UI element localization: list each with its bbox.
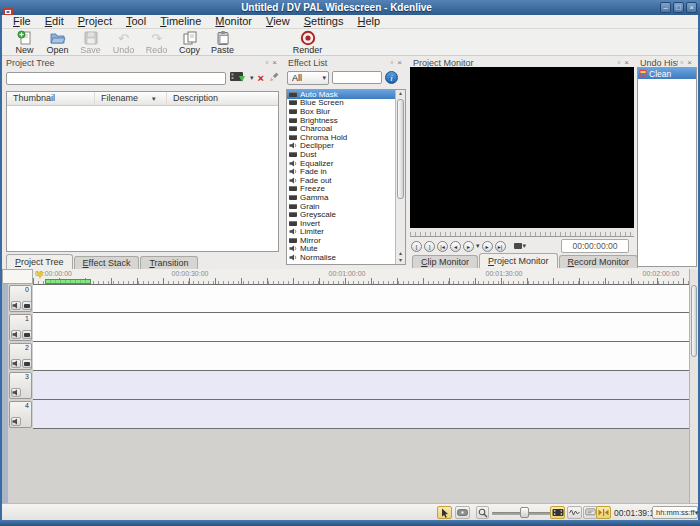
minimize-icon[interactable]: – [660,2,671,13]
effect-filter-dropdown[interactable]: All▾ [287,71,329,85]
timeline-tracks[interactable] [33,284,690,503]
track-header-0[interactable]: 0 [9,285,32,312]
tab-clip-monitor[interactable]: Clip Monitor [412,255,478,268]
audio-thumbnails-toggle[interactable] [567,506,582,519]
column-header-description[interactable]: Description [167,92,278,105]
scrollbar-thumb[interactable] [397,99,404,199]
timeline-vertical-scrollbar[interactable] [689,269,698,503]
effect-item-grain[interactable]: Grain [287,202,396,211]
tab-record-monitor[interactable]: Record Monitor [559,255,639,268]
edit-clip-icon[interactable] [268,69,279,87]
effect-item-fade-in[interactable]: Fade in [287,167,396,176]
copy-button[interactable]: Copy [173,30,206,55]
set-zone-start-icon[interactable]: [ [411,241,422,252]
go-to-end-icon[interactable]: ▸| [495,241,506,252]
tab-transition[interactable]: Transition [140,256,197,269]
project-tree-list[interactable]: Thumbnail Filename▾ Description [6,91,279,252]
mute-track-icon[interactable] [11,359,21,368]
menu-project[interactable]: Project [71,15,119,28]
column-header-filename[interactable]: Filename▾ [95,92,167,105]
menu-settings[interactable]: Settings [297,15,351,28]
monitor-video-area[interactable] [410,67,634,228]
render-button[interactable]: Render [291,30,324,55]
timecode-format-dropdown[interactable]: hh:mm:ss:ff▾ [652,506,698,519]
effect-item-fade-out[interactable]: Fade out [287,176,396,185]
timeline-track-2[interactable] [33,342,690,371]
select-tool-button[interactable] [437,506,452,519]
mute-track-icon[interactable] [11,330,21,339]
frame-forward-icon[interactable]: ▸ [482,241,493,252]
close-panel-icon[interactable]: × [270,58,279,67]
effect-item-mirror[interactable]: Mirror [287,236,396,245]
zoom-slider-handle[interactable] [520,507,529,518]
menu-view[interactable]: View [259,15,297,28]
scroll-down-icon[interactable]: ▾ [396,257,405,264]
frame-back-icon[interactable]: ◂ [450,241,461,252]
close-panel-icon[interactable]: × [395,58,404,67]
track-header-1[interactable]: 1 [9,314,32,341]
column-header-thumbnail[interactable]: Thumbnail [7,92,95,105]
effect-item-brightness[interactable]: Brightness [287,116,396,125]
snap-toggle[interactable] [596,506,611,519]
play-icon[interactable]: ▸ [463,241,474,252]
close-icon[interactable]: × [686,2,697,13]
scrollbar-thumb[interactable] [691,285,697,357]
track-header-4[interactable]: 4 [9,401,32,428]
effect-search-input[interactable] [332,71,382,84]
monitor-seek-ruler[interactable] [410,228,634,237]
paste-button[interactable]: Paste [206,30,239,55]
close-panel-icon[interactable]: × [685,58,694,67]
tab-project-tree[interactable]: Project Tree [6,254,73,269]
menu-tool[interactable]: Tool [119,15,153,28]
effect-item-declipper[interactable]: Declipper [287,142,396,151]
effect-item-mute[interactable]: Mute [287,245,396,254]
effect-item-gamma[interactable]: Gamma [287,193,396,202]
video-thumbnails-toggle[interactable] [550,506,565,519]
menu-monitor[interactable]: Monitor [208,15,259,28]
float-panel-icon[interactable]: ▫ [615,58,622,67]
go-to-start-icon[interactable]: |◂ [437,241,448,252]
zoom-out-button[interactable] [476,506,489,519]
info-icon[interactable]: i [385,71,398,84]
effect-item-dust[interactable]: Dust [287,150,396,159]
effect-item-auto-mask[interactable]: Auto Mask [287,90,396,99]
new-button[interactable]: New [8,30,41,55]
menu-file[interactable]: File [6,15,38,28]
add-clip-icon[interactable] [230,69,246,87]
undo-item-clean[interactable]: Clean [638,68,696,79]
timeline-track-4[interactable] [33,400,690,429]
tab-project-monitor[interactable]: Project Monitor [479,253,558,268]
maximize-icon[interactable]: □ [673,2,684,13]
open-button[interactable]: Open [41,30,74,55]
timeline-track-3[interactable] [33,371,690,400]
effect-item-invert[interactable]: Invert [287,219,396,228]
effect-item-freeze[interactable]: Freeze [287,185,396,194]
razor-tool-button[interactable] [455,506,470,519]
scroll-up-icon[interactable]: ▴ [396,250,405,257]
close-panel-icon[interactable]: × [622,58,631,67]
effect-item-limiter[interactable]: Limiter [287,228,396,237]
timeline-track-1[interactable] [33,313,690,342]
mute-track-icon[interactable] [11,417,21,426]
set-zone-end-icon[interactable]: ] [424,241,435,252]
timeline-ruler[interactable]: 00:00:00:0000:00:30:0000:01:00:0000:01:3… [33,269,690,285]
mute-track-icon[interactable] [11,301,21,310]
monitor-timecode-field[interactable]: 00:00:00:00 [561,239,629,253]
float-panel-icon[interactable]: ▫ [388,58,395,67]
effect-list-scrollbar[interactable]: ▴ ▴ ▾ [395,90,405,264]
menu-edit[interactable]: Edit [38,15,71,28]
effect-item-box-blur[interactable]: Box Blur [287,107,396,116]
effect-item-chroma-hold[interactable]: Chroma Hold [287,133,396,142]
float-panel-icon[interactable]: ▫ [263,58,270,67]
effect-item-blue-screen[interactable]: Blue Screen [287,99,396,108]
monitor-config-icon[interactable]: ▾ [514,242,527,250]
add-clip-menu-chevron-icon[interactable]: ▾ [250,74,254,82]
hide-track-icon[interactable] [22,359,32,368]
delete-clip-icon[interactable]: × [258,73,264,84]
timeline-track-0[interactable] [33,284,690,313]
play-menu-chevron-icon[interactable]: ▾ [476,242,480,250]
menu-timeline[interactable]: Timeline [153,15,208,28]
mute-track-icon[interactable] [11,388,21,397]
float-panel-icon[interactable]: ▫ [678,58,685,67]
scroll-up-icon[interactable]: ▴ [396,90,405,97]
